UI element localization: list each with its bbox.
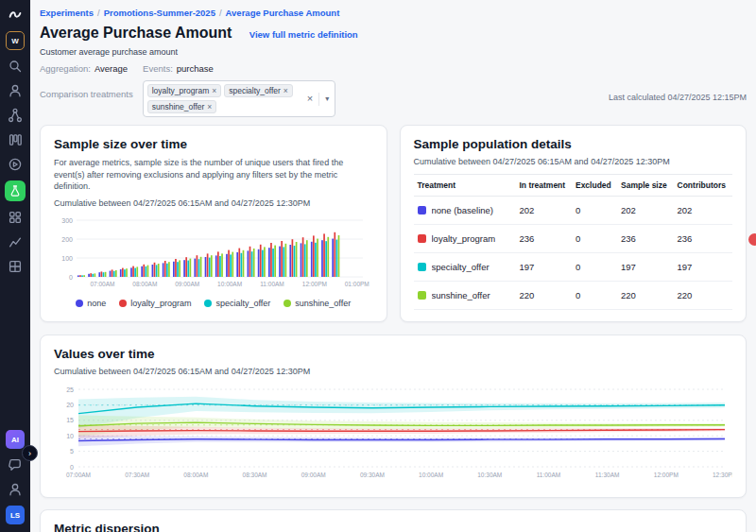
svg-text:08:00AM: 08:00AM (183, 472, 208, 478)
dashboards-icon[interactable] (7, 258, 24, 275)
svg-text:200: 200 (61, 235, 73, 242)
legend-dot (119, 300, 127, 307)
svg-text:07:00AM: 07:00AM (90, 281, 114, 287)
treatment-chip[interactable]: loyalty_program× (147, 84, 221, 97)
page-header: Experiments/Promotions-Summer-2025/Avera… (30, 0, 756, 119)
svg-text:07:00AM: 07:00AM (66, 472, 91, 478)
last-calculated: Last calculated 04/27/2025 12:15PM (609, 93, 747, 102)
metric-meta-row: Aggregation:AverageEvents:purchase (40, 63, 747, 74)
remove-chip-icon[interactable]: × (284, 86, 288, 95)
column-header: In treatment (516, 175, 572, 197)
remove-chip-icon[interactable]: × (212, 86, 216, 95)
apps-icon[interactable] (7, 209, 24, 226)
sample-size-card: Sample size over time For average metric… (40, 125, 387, 322)
comparison-treatments-label: Comparison treatments (40, 89, 133, 99)
legend-item: loyalty_program (119, 299, 191, 308)
table-cell: 236 (674, 225, 732, 253)
aggregation-label: Aggregation: (40, 63, 91, 74)
svg-text:01:00PM: 01:00PM (345, 281, 369, 287)
table-cell: 0 (572, 253, 617, 282)
svg-text:08:00AM: 08:00AM (132, 281, 157, 287)
table-cell: 236 (516, 225, 572, 253)
svg-text:20: 20 (66, 402, 74, 408)
account-icon[interactable] (7, 481, 24, 498)
table-cell: 0 (572, 225, 617, 253)
chat-icon[interactable] (7, 456, 24, 473)
aggregation-value: Average (94, 63, 128, 74)
table-cell: 236 (617, 225, 673, 253)
table-row: sunshine_offer2200220220 (414, 282, 733, 310)
treatment-name: loyalty_program (432, 233, 496, 244)
column-header: Contributors (674, 175, 732, 197)
svg-text:12:30PM: 12:30PM (713, 472, 732, 478)
values-cumulative: Cumulative between 04/27/2025 06:15AM an… (54, 367, 732, 376)
ai-badge[interactable]: AI (6, 430, 25, 449)
breadcrumb: Experiments/Promotions-Summer-2025/Avera… (40, 8, 747, 18)
svg-text:12:00PM: 12:00PM (654, 472, 679, 478)
table-cell: 202 (617, 197, 673, 225)
app-logo[interactable] (7, 7, 24, 24)
search-icon[interactable] (7, 58, 24, 75)
svg-text:09:30AM: 09:30AM (360, 472, 385, 478)
metric-subtitle: Customer average purchase amount (40, 47, 747, 57)
svg-text:100: 100 (61, 254, 73, 261)
svg-text:5: 5 (70, 448, 74, 455)
sample-size-legend: noneloyalty_programspecialty_offersunshi… (54, 299, 373, 308)
legend-item: none (76, 299, 106, 308)
breadcrumb-current: Average Purchase Amount (226, 8, 340, 18)
people-icon[interactable] (7, 82, 24, 99)
ls-badge[interactable]: LS (6, 506, 25, 524)
table-cell: 202 (674, 197, 732, 225)
table-cell: 220 (674, 282, 732, 310)
table-cell: 197 (516, 253, 572, 282)
sample-size-chart: 010020030007:00AM08:00AM09:00AM10:00AM11… (54, 215, 371, 291)
panel-handle[interactable]: › (22, 445, 38, 461)
experiments-icon[interactable] (5, 180, 26, 201)
chevron-down-icon[interactable]: ▾ (325, 94, 329, 103)
svg-text:08:30AM: 08:30AM (243, 472, 267, 478)
events-value: purchase (177, 63, 214, 74)
remove-chip-icon[interactable]: × (207, 102, 212, 112)
metrics-icon[interactable] (7, 233, 24, 250)
treatment-chip[interactable]: specialty_offer× (224, 84, 293, 97)
column-header: Excluded (572, 175, 617, 197)
column-header: Treatment (414, 175, 516, 197)
treatment-color-swatch (418, 234, 426, 243)
values-title: Values over time (54, 347, 732, 361)
clear-selection-icon[interactable]: × (307, 94, 313, 104)
sample-size-title: Sample size over time (54, 137, 373, 151)
svg-text:10:00AM: 10:00AM (419, 472, 443, 478)
treatment-color-swatch (418, 291, 426, 300)
columns-icon[interactable] (7, 131, 24, 148)
population-table-body: none (baseline)2020202202loyalty_program… (414, 197, 733, 310)
dispersion-title: Metric dispersion (54, 522, 732, 532)
table-cell: 197 (617, 253, 673, 282)
table-row: none (baseline)2020202202 (414, 197, 733, 225)
dispersion-card: Metric dispersion Cumulative between 04/… (40, 509, 747, 532)
events-label: Events: (143, 63, 173, 74)
population-table-head-row: TreatmentIn treatmentExcludedSample size… (414, 175, 733, 197)
pulse-icon[interactable] (7, 156, 24, 173)
legend-dot (204, 300, 212, 307)
table-cell: 220 (617, 282, 673, 310)
table-cell: 202 (516, 197, 572, 225)
select-divider (318, 93, 319, 106)
edge-notification-dot[interactable] (748, 233, 756, 246)
sample-size-cumulative: Cumulative between 04/27/2025 06:15AM an… (54, 198, 373, 208)
hierarchy-icon[interactable] (7, 107, 24, 124)
breadcrumb-separator: / (219, 8, 222, 18)
treatment-color-swatch (418, 263, 426, 271)
table-cell: 0 (572, 197, 617, 225)
treatment-chip[interactable]: sunshine_offer× (147, 100, 217, 113)
column-header: Sample size (617, 175, 673, 197)
svg-text:09:00AM: 09:00AM (175, 281, 199, 287)
view-metric-definition-link[interactable]: View full metric definition (249, 29, 358, 40)
breadcrumb-experiments[interactable]: Experiments (40, 8, 94, 18)
svg-text:10:30AM: 10:30AM (477, 472, 502, 478)
top-cards-row: Sample size over time For average metric… (40, 125, 747, 322)
comparison-treatments-select[interactable]: loyalty_program×specialty_offer×sunshine… (143, 80, 335, 117)
table-cell: 0 (572, 282, 617, 310)
workspace-badge[interactable]: W (6, 31, 25, 50)
svg-text:0: 0 (69, 273, 73, 280)
breadcrumb-experiment-name[interactable]: Promotions-Summer-2025 (104, 8, 215, 18)
